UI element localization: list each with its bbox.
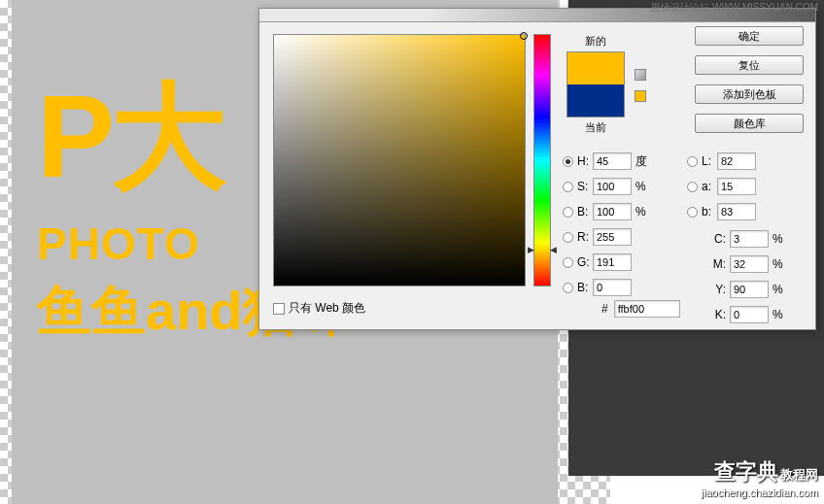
label-bv: B: bbox=[577, 205, 593, 218]
label-bc: B: bbox=[577, 281, 593, 294]
label-s: S: bbox=[577, 180, 593, 193]
watermark-bottom: 查字典教程网 jiaocheng.chazidian.com bbox=[702, 457, 818, 498]
radio-l[interactable] bbox=[687, 156, 698, 167]
add-swatch-button[interactable]: 添加到色板 bbox=[695, 84, 804, 104]
radio-h[interactable] bbox=[563, 156, 573, 167]
input-y[interactable] bbox=[730, 281, 769, 298]
swatch-current-color[interactable] bbox=[566, 84, 625, 118]
unit-pct2: % bbox=[635, 205, 649, 218]
input-bv[interactable] bbox=[593, 203, 632, 220]
watermark-top: 思缘设计论坛 WWW.MISSYUAN.COM bbox=[651, 1, 818, 15]
radio-g[interactable] bbox=[563, 257, 573, 268]
hue-pointer[interactable]: ▶◀ bbox=[528, 245, 557, 254]
swatch-preview: 新的 当前 bbox=[566, 34, 625, 135]
label-current: 当前 bbox=[566, 120, 625, 135]
ok-button[interactable]: 确定 bbox=[695, 26, 804, 46]
lab-fields: L: a: b: bbox=[687, 149, 756, 224]
unit-pc3: % bbox=[772, 283, 786, 296]
label-y: Y: bbox=[708, 283, 726, 296]
saturation-value-field[interactable] bbox=[273, 34, 526, 286]
color-picker-dialog[interactable]: ▶◀ 新的 当前 确定 复位 添加到色板 颜色库 H:度 S:% B:% R: … bbox=[258, 8, 816, 330]
cube-icon[interactable] bbox=[635, 69, 646, 81]
label-c: C: bbox=[708, 232, 726, 246]
unit-pc4: % bbox=[772, 308, 786, 321]
websafe-swatch[interactable] bbox=[635, 90, 646, 102]
input-l[interactable] bbox=[717, 152, 756, 170]
wm-suffix: 教程网 bbox=[780, 467, 818, 482]
color-library-button[interactable]: 颜色库 bbox=[695, 114, 804, 133]
input-m[interactable] bbox=[730, 255, 769, 273]
input-r[interactable] bbox=[593, 228, 632, 246]
wm-main: 查字典 bbox=[714, 459, 778, 484]
sv-marker[interactable] bbox=[520, 32, 528, 40]
label-new: 新的 bbox=[566, 34, 625, 49]
input-h[interactable] bbox=[593, 152, 632, 170]
wm-url: jiaocheng.chazidian.com bbox=[702, 487, 818, 498]
radio-r[interactable] bbox=[563, 232, 573, 243]
radio-bl[interactable] bbox=[687, 207, 698, 218]
label-r: R: bbox=[577, 230, 593, 244]
hsb-rgb-fields: H:度 S:% B:% R: G: B: bbox=[563, 149, 649, 300]
label-bl: b: bbox=[702, 205, 717, 218]
reset-button[interactable]: 复位 bbox=[695, 55, 804, 75]
unit-pc2: % bbox=[772, 257, 786, 271]
dialog-buttons: 确定 复位 添加到色板 颜色库 bbox=[695, 26, 804, 143]
radio-bc[interactable] bbox=[563, 283, 573, 293]
radio-a[interactable] bbox=[687, 182, 698, 192]
cmyk-fields: C:% M:% Y:% K:% bbox=[708, 226, 786, 327]
input-bc[interactable] bbox=[593, 279, 632, 296]
radio-s[interactable] bbox=[563, 182, 573, 192]
label-h: H: bbox=[577, 154, 593, 168]
label-m: M: bbox=[708, 257, 726, 271]
input-hex[interactable] bbox=[614, 300, 680, 318]
input-bl[interactable] bbox=[717, 203, 756, 220]
hex-row: # bbox=[601, 300, 680, 318]
label-hash: # bbox=[601, 302, 608, 316]
web-only-checkbox[interactable] bbox=[273, 303, 285, 315]
radio-b[interactable] bbox=[563, 207, 573, 218]
web-only-row[interactable]: 只有 Web 颜色 bbox=[273, 300, 365, 317]
label-l: L: bbox=[702, 154, 717, 168]
input-s[interactable] bbox=[593, 178, 632, 195]
unit-pc1: % bbox=[772, 232, 786, 246]
swatch-new-color[interactable] bbox=[566, 51, 625, 84]
input-k[interactable] bbox=[730, 306, 769, 323]
unit-deg: 度 bbox=[635, 153, 649, 170]
label-k: K: bbox=[708, 308, 726, 321]
input-a[interactable] bbox=[717, 178, 756, 195]
web-only-label: 只有 Web 颜色 bbox=[289, 300, 365, 317]
label-a: a: bbox=[702, 180, 717, 193]
unit-pct1: % bbox=[635, 180, 649, 193]
input-c[interactable] bbox=[730, 230, 769, 248]
input-g[interactable] bbox=[593, 253, 632, 271]
label-g: G: bbox=[577, 255, 593, 269]
